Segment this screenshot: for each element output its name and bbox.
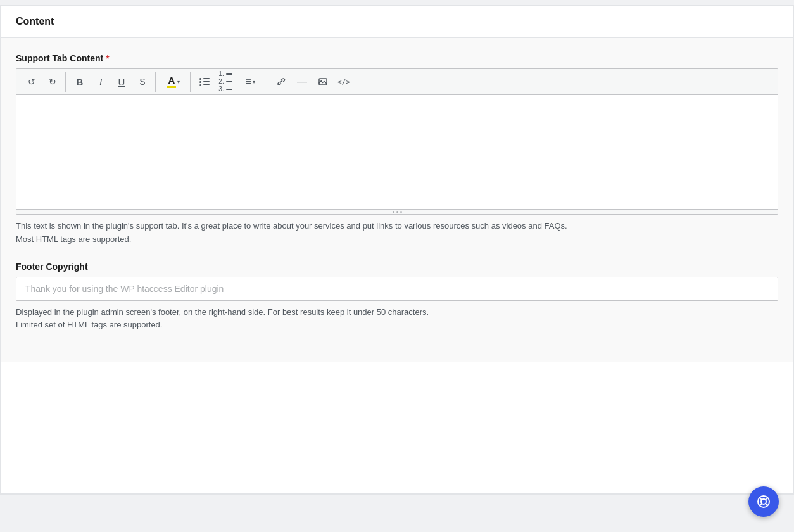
- insert-group: — </>: [268, 72, 356, 92]
- footer-copyright-label: Footer Copyright: [16, 262, 778, 272]
- main-card: Content Support Tab Content * ↺ ↻: [0, 5, 794, 494]
- editor-toolbar: ↺ ↻ B I U S: [16, 69, 778, 95]
- svg-line-7: [760, 504, 761, 505]
- editor-content-area[interactable]: [16, 95, 778, 209]
- card-body: Support Tab Content * ↺ ↻ B: [1, 38, 793, 362]
- editor-resize-handle[interactable]: [16, 209, 778, 214]
- font-color-group: A ▾: [157, 72, 191, 92]
- page-wrapper: Content Support Tab Content * ↺ ↻: [0, 0, 794, 532]
- horizontal-rule-button[interactable]: —: [292, 72, 312, 92]
- redo-button[interactable]: ↻: [42, 72, 63, 92]
- svg-line-5: [766, 504, 767, 505]
- ordered-list-button[interactable]: 1. 2. 3.: [215, 72, 236, 92]
- underline-button[interactable]: U: [111, 72, 132, 92]
- undo-button[interactable]: ↺: [22, 72, 42, 92]
- rich-text-editor: ↺ ↻ B I U S: [16, 68, 778, 215]
- support-tab-field: Support Tab Content * ↺ ↻ B: [16, 53, 778, 246]
- bold-button[interactable]: B: [70, 72, 90, 92]
- bottom-bar: [0, 494, 794, 532]
- footer-copyright-description: Displayed in the plugin admin screen's f…: [16, 306, 778, 332]
- help-icon: [756, 494, 771, 509]
- svg-line-6: [766, 498, 767, 499]
- undo-redo-group: ↺ ↻: [19, 72, 66, 92]
- text-format-group: B I U S: [67, 72, 156, 92]
- support-tab-label: Support Tab Content *: [16, 53, 778, 63]
- unordered-list-button[interactable]: [194, 72, 215, 92]
- image-button[interactable]: [313, 72, 333, 92]
- footer-copyright-field: Footer Copyright Displayed in the plugin…: [16, 262, 778, 332]
- required-indicator: *: [106, 53, 109, 63]
- align-dropdown-arrow: ▾: [253, 79, 255, 85]
- link-button[interactable]: [271, 72, 291, 92]
- svg-line-4: [760, 498, 761, 499]
- font-color-button[interactable]: A ▾: [160, 72, 187, 92]
- card-title: Content: [16, 16, 54, 27]
- font-color-dropdown-arrow: ▾: [177, 79, 180, 85]
- italic-button[interactable]: I: [91, 72, 111, 92]
- strikethrough-button[interactable]: S: [132, 72, 153, 92]
- code-button[interactable]: </>: [334, 72, 354, 92]
- list-group: 1. 2. 3.: [192, 72, 267, 92]
- footer-copyright-input[interactable]: [16, 277, 778, 301]
- help-button[interactable]: [748, 486, 779, 517]
- support-tab-description: This text is shown in the plugin's suppo…: [16, 220, 778, 246]
- card-header: Content: [1, 6, 793, 38]
- top-bar: [0, 0, 794, 5]
- align-button[interactable]: ≡ ▾: [236, 72, 264, 92]
